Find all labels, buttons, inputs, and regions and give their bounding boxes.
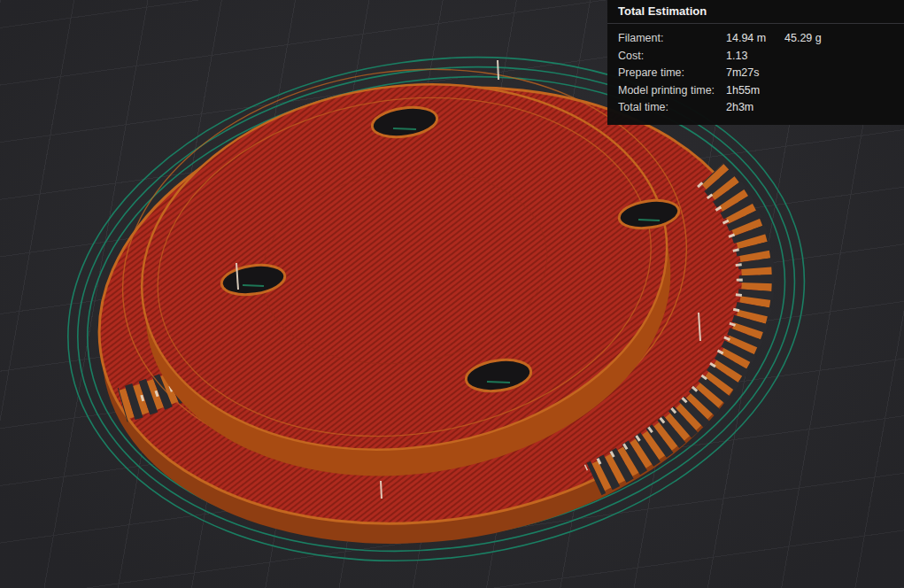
row-label: Filament: (618, 30, 726, 48)
total-estimation-panel: Total Estimation Filament: 14.94 m 45.29… (607, 0, 904, 125)
row-value: 14.94 m (726, 30, 784, 48)
estimation-row-prepare-time: Prepare time: 7m27s (618, 65, 893, 82)
row-value: 2h3m (726, 99, 784, 117)
panel-title: Total Estimation (607, 0, 904, 23)
estimation-row-filament: Filament: 14.94 m 45.29 g (618, 30, 893, 48)
row-extra (784, 48, 893, 66)
row-extra (784, 65, 893, 82)
estimation-row-cost: Cost: 1.13 (618, 48, 893, 66)
hole-glint (487, 382, 510, 383)
row-extra: 45.29 g (784, 30, 893, 48)
hole-glint (243, 285, 264, 286)
row-value: 7m27s (726, 65, 784, 82)
row-label: Model printing time: (618, 82, 726, 100)
row-value: 1h55m (726, 82, 784, 100)
estimation-row-model-printing-time: Model printing time: 1h55m (618, 82, 893, 100)
hole-glint (638, 220, 660, 220)
row-label: Cost: (618, 48, 726, 66)
row-extra (784, 99, 893, 117)
row-label: Total time: (618, 99, 726, 117)
row-value: 1.13 (726, 48, 784, 66)
estimation-rows: Filament: 14.94 m 45.29 g Cost: 1.13 Pre… (607, 24, 904, 117)
row-label: Prepare time: (618, 65, 726, 82)
viewport-3d[interactable]: Total Estimation Filament: 14.94 m 45.29… (0, 0, 904, 588)
row-extra (784, 82, 893, 100)
estimation-row-total-time: Total time: 2h3m (618, 99, 893, 117)
hole-glint (393, 128, 416, 129)
